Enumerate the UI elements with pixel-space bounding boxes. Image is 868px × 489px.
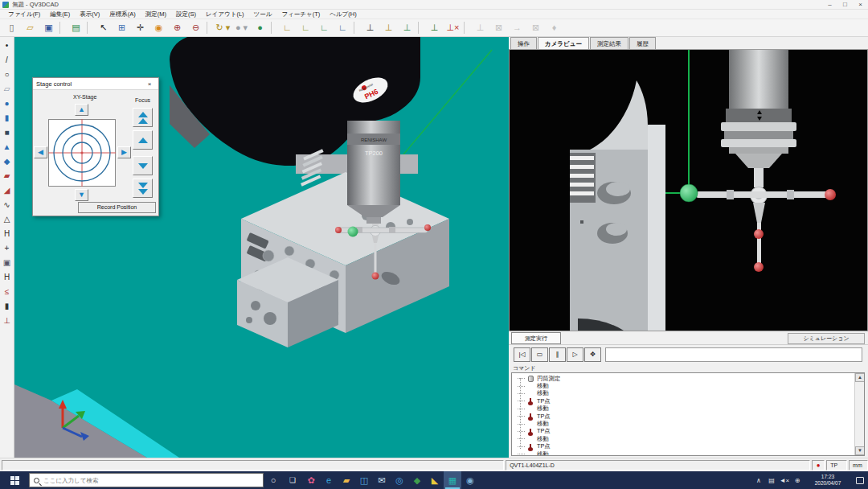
- photos-app-icon[interactable]: ✿: [302, 471, 320, 489]
- menu-item[interactable]: 測定(M): [141, 10, 171, 19]
- focus-down-button[interactable]: [133, 156, 153, 175]
- browser-compass-icon[interactable]: ◎: [391, 471, 408, 489]
- stage-up-button[interactable]: ▲: [75, 104, 88, 116]
- swirl-app-icon[interactable]: ◉: [461, 471, 479, 489]
- cancel-box-icon[interactable]: ⊠: [489, 20, 508, 35]
- focus-up-fast-button[interactable]: [133, 108, 153, 127]
- measure-execute-button[interactable]: 測定実行: [511, 332, 561, 344]
- curve-tool-icon[interactable]: ∿: [1, 198, 14, 212]
- tree-item[interactable]: TP点: [514, 413, 853, 420]
- probe-stop-icon[interactable]: ⊥×: [444, 20, 462, 35]
- tree-item[interactable]: TP点: [514, 443, 853, 450]
- grid-off-icon[interactable]: ⊠: [526, 20, 545, 35]
- stage-down-button[interactable]: ▼: [75, 189, 88, 201]
- shading-icon[interactable]: ● ▾: [232, 20, 251, 35]
- 3d-viewport[interactable]: RENISHAW PH6: [14, 37, 509, 458]
- stage-left-button[interactable]: ◀: [34, 146, 47, 158]
- tab-operation[interactable]: 操作: [510, 37, 537, 49]
- axis-view-2-icon[interactable]: ∟: [297, 20, 315, 35]
- plane-pair-tool-icon[interactable]: ▰: [1, 169, 14, 183]
- tile-windows-icon[interactable]: ⊞: [113, 20, 131, 35]
- dialog-close-icon[interactable]: ×: [144, 80, 155, 88]
- stop-button[interactable]: ▭: [531, 347, 548, 362]
- tree-item[interactable]: 移動: [514, 390, 853, 397]
- jog-button[interactable]: ✥: [584, 347, 601, 362]
- separator[interactable]: [464, 22, 469, 34]
- store-app-icon[interactable]: ◫: [355, 471, 373, 489]
- menu-item[interactable]: 座標系(A): [104, 10, 141, 19]
- cad-green-app-icon[interactable]: ◆: [408, 471, 426, 489]
- cone-tool-icon[interactable]: ▲: [1, 140, 14, 154]
- go-start-button[interactable]: |◁: [514, 347, 530, 362]
- qv3dcad-app-icon[interactable]: ▦: [444, 471, 461, 489]
- point-tool-icon[interactable]: •: [1, 39, 14, 53]
- zoom-out-icon[interactable]: ⊖: [186, 20, 205, 35]
- width-dim-tool-icon[interactable]: H: [1, 270, 14, 285]
- tray-chevron-icon[interactable]: ∧: [752, 477, 765, 484]
- probe-move-icon[interactable]: ⊥: [425, 20, 444, 35]
- separator[interactable]: [207, 22, 212, 34]
- plane-tool-icon[interactable]: ▱: [1, 82, 14, 97]
- menu-item[interactable]: レイアウト(L): [201, 10, 249, 19]
- taskbar-clock[interactable]: 17:23 2020/04/07: [807, 474, 849, 487]
- circle-tool-icon[interactable]: ○: [1, 68, 14, 82]
- separator[interactable]: [418, 22, 424, 34]
- tree-item[interactable]: 移動: [514, 405, 853, 413]
- solid-view-icon[interactable]: ●: [251, 20, 269, 35]
- menu-item[interactable]: ヘルプ(H): [325, 10, 361, 19]
- cylinder-tool-icon[interactable]: ▮: [1, 111, 14, 125]
- edge-browser-icon[interactable]: e: [320, 471, 338, 489]
- focus-up-button[interactable]: [133, 130, 153, 150]
- cad-yellow-app-icon[interactable]: ◣: [426, 471, 444, 489]
- scroll-up-icon[interactable]: ▲: [855, 373, 865, 382]
- focus-down-fast-button[interactable]: [133, 179, 153, 198]
- scroll-down-icon[interactable]: ▼: [855, 446, 865, 455]
- compare-tool-icon[interactable]: ≤: [1, 285, 14, 299]
- sphere-tool-icon[interactable]: ●: [1, 97, 14, 111]
- axis-view-4-icon[interactable]: ∟: [334, 20, 352, 35]
- tab-history[interactable]: 履歴: [629, 37, 656, 49]
- tray-volume-icon[interactable]: ◄×: [778, 477, 791, 484]
- tree-item[interactable]: 移動: [514, 382, 853, 389]
- box-tool-icon[interactable]: ■: [1, 125, 14, 140]
- tree-scrollbar[interactable]: ▲ ▼: [854, 373, 864, 455]
- tree-item[interactable]: 移動: [514, 435, 853, 442]
- command-tree[interactable]: 円筒測定 移動 移動: [511, 372, 865, 456]
- xy-stage-pad[interactable]: [48, 119, 116, 187]
- stage-control-dialog[interactable]: Stage control × XY-Stage Focus ▲ ▼ ◀: [32, 77, 159, 216]
- probe-icon[interactable]: ⊥: [361, 20, 379, 35]
- rotate-view-icon[interactable]: ↻ ▾: [214, 20, 232, 35]
- probe-touch-icon[interactable]: ⊥: [398, 20, 416, 35]
- pause-button[interactable]: ∥: [549, 347, 566, 362]
- tray-network-icon[interactable]: ⊕: [791, 477, 804, 484]
- tree-item[interactable]: TP点: [514, 397, 853, 405]
- tree-item[interactable]: 円筒測定: [514, 375, 853, 382]
- tray-display-icon[interactable]: ▤: [765, 477, 778, 484]
- separator[interactable]: [271, 22, 276, 34]
- height-dim-tool-icon[interactable]: H: [1, 227, 14, 241]
- separator[interactable]: [87, 22, 92, 34]
- tree-item[interactable]: 移動: [514, 450, 853, 456]
- minimize-button[interactable]: –: [822, 0, 837, 10]
- triangle-tool-icon[interactable]: △: [1, 212, 14, 227]
- pan-icon[interactable]: ✛: [131, 20, 149, 35]
- menu-item[interactable]: 表示(V): [75, 10, 104, 19]
- new-file-icon[interactable]: ▯: [2, 20, 21, 35]
- simulation-mode-tab[interactable]: シミュレーション: [788, 333, 865, 344]
- tab-camera-view[interactable]: カメラビュー: [538, 37, 589, 49]
- solid-tool-icon[interactable]: ◆: [1, 154, 14, 169]
- axis-view-3-icon[interactable]: ∟: [315, 20, 334, 35]
- tree-item[interactable]: 移動: [514, 420, 853, 427]
- select-cursor-icon[interactable]: ↖: [94, 20, 113, 35]
- monitor-tool-icon[interactable]: ▣: [1, 256, 14, 270]
- joystick-icon[interactable]: ♦: [545, 20, 563, 35]
- file-explorer-icon[interactable]: ▰: [338, 471, 355, 489]
- battery-tool-icon[interactable]: ▮: [1, 299, 14, 314]
- maximize-button[interactable]: □: [837, 0, 853, 10]
- menu-item[interactable]: 設定(S): [171, 10, 201, 19]
- zoom-in-icon[interactable]: ⊕: [168, 20, 186, 35]
- mail-app-icon[interactable]: ✉: [373, 471, 391, 489]
- angle-plane-tool-icon[interactable]: ◢: [1, 183, 14, 198]
- menu-item[interactable]: 編集(E): [45, 10, 75, 19]
- stage-right-button[interactable]: ▶: [117, 146, 131, 158]
